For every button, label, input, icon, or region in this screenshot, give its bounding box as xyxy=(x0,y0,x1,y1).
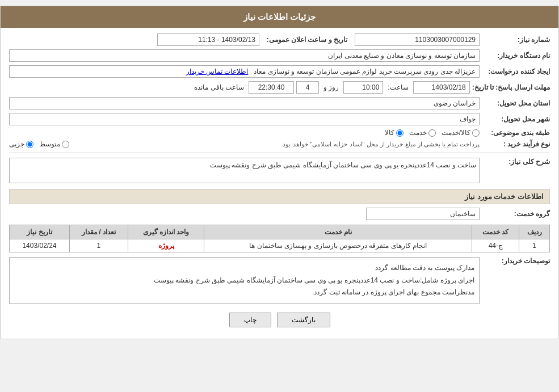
deadline-day: 4 xyxy=(296,81,319,94)
service-group-value: ساختمان xyxy=(366,208,480,220)
announcement-date-value: 1403/02/13 - 11:13 xyxy=(157,33,259,46)
services-table-wrapper: ردیف کد خدمت نام خدمت واحد اندازه گیری ت… xyxy=(9,225,550,252)
buyer-notes-label: توصیحات خریدار: xyxy=(482,257,550,265)
services-section-title: اطلاعات خدمات مورد نیاز xyxy=(9,189,550,204)
cell-date: 1403/02/24 xyxy=(10,239,70,252)
buyer-notes: مدارک پیوست به دقت مطالعه گردداجرای پروژ… xyxy=(9,257,480,304)
need-description-label: شرح کلی نیاز: xyxy=(482,158,550,166)
col-service-code: کد خدمت xyxy=(472,225,519,239)
print-button[interactable]: چاپ xyxy=(229,313,271,327)
col-service-name: نام خدمت xyxy=(204,225,472,239)
col-quantity: تعداد / مقدار xyxy=(69,225,128,239)
creator-contact-link[interactable]: اطلاعات تماس خریدار xyxy=(186,68,249,75)
city-value: جواف xyxy=(9,113,480,125)
deadline-label: مهلت ارسال پاسخ: تا تاریخ: xyxy=(472,83,550,91)
deadline-time: 10:00 xyxy=(343,81,383,94)
deadline-remaining-label: ساعت باقی مانده xyxy=(194,83,244,91)
deadline-remaining: 22:30:40 xyxy=(249,81,294,94)
category-service-option[interactable]: خدمت xyxy=(409,129,436,137)
purchase-type-radio-group: پرداخت تمام یا بخشی از مبلغ خریدار از مح… xyxy=(9,140,480,148)
col-row-num: ردیف xyxy=(519,225,550,239)
city-label: شهر محل تحویل: xyxy=(482,115,550,123)
category-label: طبقه بندی موضوعی: xyxy=(482,129,550,137)
cell-service-name: انجام کارهای متفرقه درخصوص بازسازی و بهس… xyxy=(204,239,472,252)
purchase-partial-option[interactable]: جزیی xyxy=(9,140,33,148)
cell-service-code: ج-44 xyxy=(472,239,519,252)
province-value: خراسان رضوی xyxy=(9,97,480,109)
need-description-value: ساخت و نصب 14عددپنجره یو پی وی سی ساختما… xyxy=(12,161,476,169)
deadline-day-label: روز و xyxy=(323,83,339,91)
buyer-org-value: سازمان توسعه و نوسازی معادن و صنایع معدن… xyxy=(9,49,480,62)
services-table: ردیف کد خدمت نام خدمت واحد اندازه گیری ت… xyxy=(9,225,550,252)
buyer-org-label: نام دستگاه خریدار: xyxy=(482,52,550,60)
announcement-date-label: تاریخ و ساعت اعلان عمومی: xyxy=(262,36,352,44)
need-number-value: 1103003007000129 xyxy=(355,33,480,46)
category-radio-group: کالا/خدمت خدمت کالا xyxy=(9,129,480,137)
purchase-medium-option[interactable]: متوسط xyxy=(39,140,69,148)
deadline-time-label: ساعت: xyxy=(388,83,408,91)
page-title: جزئیات اطلاعات نیاز xyxy=(1,6,558,28)
service-group-label: گروه خدمت: xyxy=(482,210,550,218)
purchase-note: پرداخت تمام یا بخشی از مبلغ خریدار از مح… xyxy=(75,141,480,148)
button-row: بازگشت چاپ xyxy=(9,313,550,327)
back-button[interactable]: بازگشت xyxy=(277,313,330,327)
category-goods-option[interactable]: کالا xyxy=(385,129,404,137)
creator-label: ایجاد کننده درخواست: xyxy=(482,68,550,75)
table-row: 1 ج-44 انجام کارهای متفرقه درخصوص بازساز… xyxy=(10,239,550,252)
cell-unit: پروژه xyxy=(128,239,204,252)
col-date: تاریخ نیاز xyxy=(10,225,70,239)
need-number-label: شماره نیاز: xyxy=(482,36,550,44)
category-goods-service-option[interactable]: کالا/خدمت xyxy=(442,129,480,137)
cell-quantity: 1 xyxy=(69,239,128,252)
purchase-type-label: نوع فرآیند خرید : xyxy=(482,140,550,148)
creator-value: عزیزاله جدی رودی سرپرست خرید لوازم عمومی… xyxy=(9,65,480,78)
province-label: استان محل تحویل: xyxy=(482,99,550,107)
deadline-date: 1403/02/18 xyxy=(413,81,470,94)
cell-row-num: 1 xyxy=(519,239,550,252)
col-unit: واحد اندازه گیری xyxy=(128,225,204,239)
